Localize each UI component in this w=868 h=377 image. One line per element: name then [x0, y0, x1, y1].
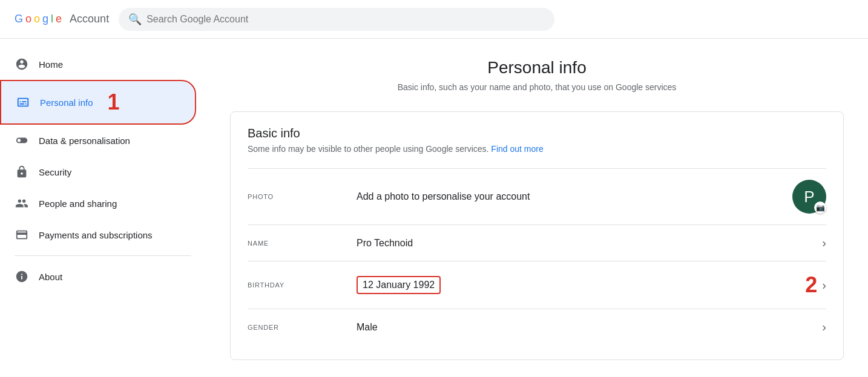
toggle-icon — [15, 133, 29, 148]
main-layout: Home Personal info 1 Data & personalisat… — [0, 39, 868, 377]
name-value: Pro Technoid — [357, 238, 822, 249]
section-description: Some info may be visible to other people… — [248, 144, 826, 154]
sidebar-item-label-about: About — [39, 272, 62, 282]
search-input[interactable] — [146, 14, 545, 25]
search-bar[interactable]: 🔍 — [119, 8, 554, 31]
sidebar-item-label-people: People and sharing — [39, 198, 117, 209]
birthday-label: BIRTHDAY — [248, 281, 357, 289]
chevron-right-icon: › — [822, 236, 826, 250]
name-label: NAME — [248, 240, 357, 247]
sidebar-item-label-security: Security — [39, 167, 71, 177]
avatar: P 📷 — [792, 180, 826, 214]
gender-row[interactable]: GENDER Male › — [248, 309, 826, 345]
gender-value: Male — [357, 322, 822, 333]
lock-icon — [15, 165, 29, 179]
sidebar-item-data[interactable]: Data & personalisation — [0, 125, 196, 156]
sidebar-item-personal-info[interactable]: Personal info 1 — [0, 80, 196, 125]
photo-value: Add a photo to personalise your account — [357, 191, 792, 202]
birthday-value: 12 January 1992 — [357, 276, 795, 294]
sidebar-item-payments[interactable]: Payments and subscriptions — [0, 219, 196, 251]
home-icon — [15, 57, 29, 71]
sidebar: Home Personal info 1 Data & personalisat… — [0, 39, 206, 377]
camera-badge: 📷 — [814, 202, 826, 214]
sidebar-item-label-data: Data & personalisation — [39, 136, 130, 146]
sidebar-divider — [15, 255, 191, 256]
sidebar-badge — [163, 94, 180, 111]
page-subtitle: Basic info, such as your name and photo,… — [230, 82, 844, 92]
sidebar-item-people[interactable]: People and sharing — [0, 188, 196, 219]
gender-label: GENDER — [248, 324, 357, 331]
sidebar-item-security[interactable]: Security — [0, 156, 196, 188]
info-circle-icon — [15, 269, 29, 284]
find-out-more-link[interactable]: Find out more — [491, 144, 543, 154]
birthday-row[interactable]: BIRTHDAY 12 January 1992 2 › — [248, 261, 826, 309]
google-account-logo: Google Account — [15, 13, 109, 25]
sidebar-item-label-payments: Payments and subscriptions — [39, 230, 153, 240]
card-icon — [15, 228, 29, 242]
photo-label: PHOTO — [248, 193, 357, 200]
page-title: Personal info — [230, 58, 844, 77]
photo-row[interactable]: PHOTO Add a photo to personalise your ac… — [248, 168, 826, 225]
sidebar-item-label-personal-info: Personal info — [40, 97, 93, 108]
name-row[interactable]: NAME Pro Technoid › — [248, 225, 826, 261]
birthday-highlight-box: 12 January 1992 — [357, 276, 441, 294]
annotation-1-number: 1 — [108, 90, 120, 115]
section-title: Basic info — [248, 126, 826, 140]
id-card-icon — [16, 95, 30, 110]
annotation-2-number: 2 — [805, 272, 817, 298]
content-area: Personal info Basic info, such as your n… — [206, 39, 868, 377]
people-icon — [15, 196, 29, 211]
sidebar-item-about[interactable]: About — [0, 261, 196, 292]
search-icon: 🔍 — [128, 13, 142, 26]
chevron-right-icon-birthday: › — [822, 278, 826, 292]
sidebar-item-label-home: Home — [39, 59, 63, 70]
sidebar-item-home[interactable]: Home — [0, 48, 196, 80]
header: Google Account 🔍 — [0, 0, 868, 39]
basic-info-card: Basic info Some info may be visible to o… — [230, 111, 844, 360]
chevron-right-icon-gender: › — [822, 320, 826, 334]
